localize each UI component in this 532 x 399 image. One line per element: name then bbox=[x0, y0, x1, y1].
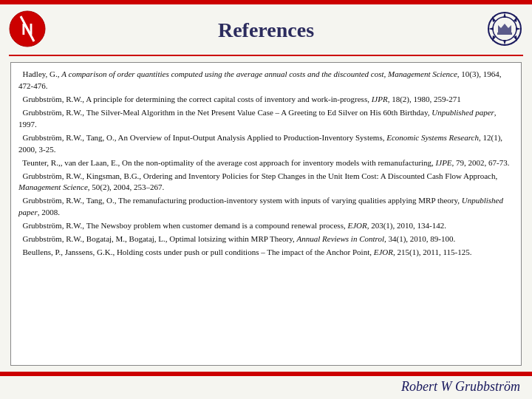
ref-8: Grubbström, R.W., The Newsboy problem wh… bbox=[18, 220, 514, 232]
slide: N References bbox=[0, 0, 532, 399]
svg-marker-5 bbox=[503, 13, 506, 18]
ref-9: Grubbström, R.W., Bogataj, M., Bogataj, … bbox=[18, 233, 514, 245]
ref-10: Beullens, P., Janssens, G.K., Holding co… bbox=[18, 247, 514, 259]
left-logo: N bbox=[9, 10, 46, 47]
ref-3: Grubbström, R.W., The Silver-Meal Algori… bbox=[18, 107, 514, 131]
right-logo bbox=[486, 10, 523, 47]
ref-2: Grubbström, R.W., A principle for determ… bbox=[18, 94, 514, 106]
ref-1: Hadley, G., A comparison of order quanti… bbox=[18, 69, 514, 92]
svg-marker-6 bbox=[503, 40, 506, 45]
bottom-section: Robert W Grubbström bbox=[0, 376, 532, 399]
ref-6: Grubbström, R.W., Kingsman, B.G., Orderi… bbox=[18, 171, 514, 194]
ref-4: Grubbström, R.W., Tang, O., An Overview … bbox=[18, 132, 514, 156]
header-divider bbox=[9, 55, 523, 56]
svg-marker-8 bbox=[516, 27, 521, 30]
svg-text:N: N bbox=[21, 20, 33, 38]
ref-5: Teunter, R.,, van der Laan, E., On the n… bbox=[18, 157, 514, 169]
references-content: Hadley, G., A comparison of order quanti… bbox=[10, 62, 522, 366]
svg-marker-7 bbox=[488, 27, 494, 30]
author-signature: Robert W Grubbström bbox=[401, 379, 520, 395]
page-title: References bbox=[218, 18, 314, 42]
svg-rect-13 bbox=[497, 33, 512, 35]
ref-7: Grubbström, R.W., Tang, O., The remanufa… bbox=[18, 195, 514, 219]
header: N References bbox=[0, 4, 532, 55]
